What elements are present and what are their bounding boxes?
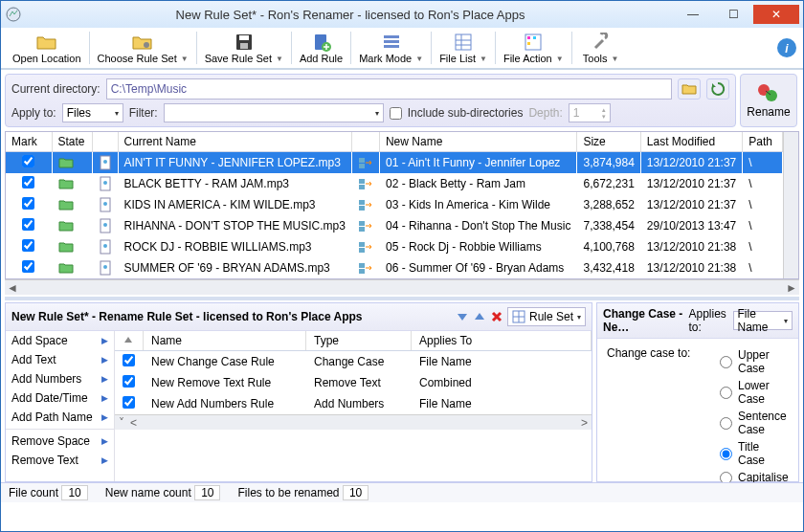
mark-checkbox[interactable] [22,218,34,231]
col-mark[interactable]: Mark [6,132,52,152]
rules-grid[interactable]: Name Type Applies To New Change Case Rul… [115,331,592,481]
info-icon[interactable]: i [776,37,797,58]
open-location-button[interactable]: Open Location [7,30,87,66]
rules-col-enable[interactable] [115,331,144,351]
delete-rule-icon[interactable] [490,310,503,323]
table-row[interactable]: KIDS IN AMERICA - KIM WILDE.mp303 - Kids… [6,194,783,215]
table-row[interactable]: BLACK BETTY - RAM JAM.mp302 - Black Bett… [6,173,783,194]
case-option-sentence-case[interactable]: Sentence Case [703,408,789,438]
case-radio[interactable] [720,356,732,368]
file-list-button[interactable]: File List▼ [434,30,493,66]
file-icon [92,194,118,215]
rules-col-name[interactable]: Name [144,331,306,351]
case-option-title-case[interactable]: Title Case [703,438,789,469]
table-row[interactable]: RIHANNA - DON'T STOP THE MUSIC.mp304 - R… [6,215,783,236]
rules-col-applies[interactable]: Applies To [412,331,592,351]
rename-button[interactable]: Rename [740,74,797,127]
case-option-upper-case[interactable]: Upper Case [703,346,789,377]
rename-preview-icon [351,257,379,278]
new-name-cell: 05 - Rock Dj - Robbie Williams [379,236,577,257]
size-cell: 3,432,418 [577,257,640,278]
file-grid-vscroll[interactable] [783,132,798,278]
tools-icon [591,32,612,53]
svg-rect-24 [359,158,365,163]
mark-mode-button[interactable]: Mark Mode▼ [353,30,429,66]
status-file-count: 10 [61,485,87,500]
rules-col-type[interactable]: Type [306,331,412,351]
filter-select[interactable]: ▾ [164,103,384,122]
table-row[interactable]: SUMMER OF '69 - BRYAN ADAMS.mp306 - Summ… [6,257,783,278]
browse-folder-button[interactable] [678,78,701,100]
table-row[interactable]: AIN'T IT FUNNY - JENNIFER LOPEZ.mp301 - … [6,152,783,174]
tools-button[interactable]: Tools▼ [574,30,628,66]
rename-preview-icon [351,236,379,257]
close-button[interactable]: ✕ [753,5,799,24]
rename-preview-icon [351,215,379,236]
rule-action-remove-space[interactable]: Remove Space▶ [6,429,114,451]
rule-action-remove-text[interactable]: Remove Text▶ [6,451,114,470]
rule-set-dropdown[interactable]: Rule Set▾ [507,307,586,326]
rule-action-add-text[interactable]: Add Text▶ [6,350,114,369]
new-name-cell: 01 - Ain't It Funny - Jennifer Lopez [379,152,577,174]
table-row[interactable]: ROCK DJ - ROBBIE WILLIAMS.mp305 - Rock D… [6,236,783,257]
add-rule-button[interactable]: Add Rule [294,30,348,66]
case-radio[interactable] [720,417,732,430]
rule-action-add-path-name[interactable]: Add Path Name▶ [6,408,114,427]
mark-checkbox[interactable] [22,176,34,188]
move-up-icon[interactable] [473,310,486,323]
state-icon [52,215,92,236]
case-radio[interactable] [720,448,732,460]
case-option-lower-case[interactable]: Lower Case [703,377,789,408]
rule-row[interactable]: New Change Case RuleChange CaseFile Name [115,351,592,373]
choose-rule-set-button[interactable]: Choose Rule Set▼ [92,30,194,66]
rule-enabled-checkbox[interactable] [123,354,135,366]
col-current-name[interactable]: Current Name [118,132,351,152]
current-directory-input[interactable] [106,78,672,100]
move-down-icon[interactable] [456,310,469,323]
rule-name-cell: New Remove Text Rule [144,372,306,393]
maximize-button[interactable]: ☐ [713,5,753,24]
col-path[interactable]: Path [743,132,783,152]
col-last-modified[interactable]: Last Modified [640,132,742,152]
svg-point-39 [103,244,107,248]
col-state[interactable]: State [52,132,92,152]
state-icon [52,257,92,278]
rule-row[interactable]: New Add Numbers RuleAdd NumbersFile Name [115,393,592,414]
current-directory-label: Current directory: [11,82,100,96]
mark-checkbox[interactable] [22,155,34,167]
props-applies-select[interactable]: File Name▾ [733,311,793,330]
file-icon [92,257,118,278]
case-radio[interactable] [720,387,732,399]
rules-hscroll[interactable]: ˅<> [115,414,592,430]
size-cell: 6,672,231 [577,173,640,194]
new-name-cell: 04 - Rihanna - Don't Stop The Music [379,215,577,236]
rule-action-add-date-time[interactable]: Add Date/Time▶ [6,388,114,408]
svg-rect-37 [359,227,365,232]
rule-action-add-space[interactable]: Add Space▶ [6,331,114,350]
splitter[interactable] [5,297,799,300]
save-icon [234,32,255,53]
rule-action-add-numbers[interactable]: Add Numbers▶ [6,369,114,388]
apply-to-select[interactable]: Files▾ [62,103,123,122]
rule-enabled-checkbox[interactable] [123,396,135,409]
minimize-button[interactable]: — [673,5,713,24]
rule-row[interactable]: New Remove Text RuleRemove TextCombined [115,372,592,393]
save-rule-set-button[interactable]: Save Rule Set▼ [199,30,289,66]
file-icon [92,152,118,174]
path-cell: \ [743,215,783,236]
props-title: Change Case - Ne… [603,307,685,334]
col-new-name[interactable]: New Name [379,132,577,152]
file-icon [92,173,118,194]
modified-cell: 13/12/2010 21:38 [640,236,742,257]
include-subdirs-checkbox[interactable] [390,107,402,120]
mark-checkbox[interactable] [22,197,34,210]
mark-checkbox[interactable] [22,239,34,252]
mark-checkbox[interactable] [22,260,34,273]
col-size[interactable]: Size [577,132,640,152]
file-grid-hscroll[interactable]: ◄► [5,279,799,295]
file-grid[interactable]: Mark State Current Name New Name Size La… [5,131,799,279]
refresh-button[interactable] [706,78,729,100]
rule-enabled-checkbox[interactable] [123,375,135,388]
file-action-button[interactable]: File Action▼ [498,30,570,66]
rule-properties-panel: Change Case - Ne… Applies to: File Name▾… [596,302,799,482]
